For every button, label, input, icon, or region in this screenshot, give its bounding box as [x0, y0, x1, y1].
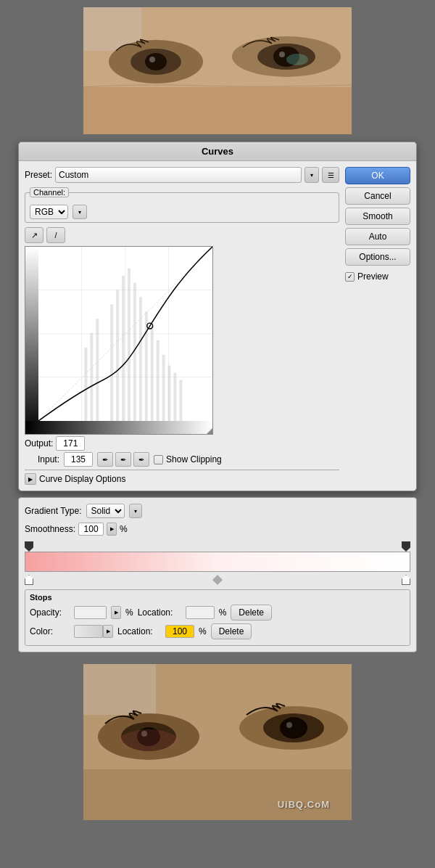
- curves-dialog-content: Preset: Custom ▾ ☰ Channel: RGB ▾: [19, 161, 416, 491]
- curve-display-toggle-btn[interactable]: ▶: [25, 473, 36, 485]
- opacity-arrow-btn[interactable]: ▶: [111, 606, 121, 619]
- svg-rect-19: [116, 290, 119, 421]
- svg-rect-18: [110, 304, 113, 421]
- svg-rect-23: [139, 297, 142, 421]
- bottom-image-canvas: UiBQ.CoM: [83, 664, 352, 820]
- curve-display-options: ▶ Curve Display Options: [25, 470, 339, 485]
- opacity-stops-row: Opacity: ▶ % Location: % Delete: [30, 605, 405, 621]
- eyedropper-gray-btn[interactable]: ✒: [115, 452, 131, 467]
- auto-button[interactable]: Auto: [345, 228, 410, 245]
- gradient-bar[interactable]: [25, 552, 410, 572]
- stops-legend: Stops: [30, 593, 405, 602]
- svg-rect-25: [151, 326, 154, 421]
- svg-point-45: [280, 717, 307, 739]
- svg-rect-31: [96, 319, 99, 421]
- show-clipping-label: Show Clipping: [166, 454, 222, 464]
- svg-rect-27: [162, 355, 165, 421]
- watermark: UiBQ.CoM: [278, 799, 330, 810]
- preset-icon-btn[interactable]: ☰: [322, 167, 339, 183]
- channel-legend: Channel:: [30, 187, 69, 197]
- svg-point-11: [286, 54, 308, 65]
- color-location-label: Location:: [117, 626, 161, 636]
- curve-gradient-bottom: [25, 421, 212, 434]
- show-clipping-checkbox[interactable]: [154, 455, 163, 464]
- opacity-stop-right[interactable]: [402, 541, 410, 552]
- color-stops-row: Color: ▶ Location: % Delete: [30, 623, 405, 639]
- svg-rect-20: [122, 276, 125, 421]
- curve-grid: [38, 247, 212, 421]
- options-button[interactable]: Options...: [345, 248, 410, 266]
- svg-rect-29: [173, 373, 176, 421]
- curves-dialog: Curves Preset: Custom ▾ ☰ Channel: RGB ▾: [18, 142, 417, 491]
- bottom-image-area: UiBQ.CoM: [0, 658, 435, 825]
- opacity-stop-left[interactable]: [25, 541, 33, 552]
- svg-point-4: [145, 53, 167, 70]
- ok-button[interactable]: OK: [345, 167, 410, 184]
- color-swatch[interactable]: [74, 625, 103, 638]
- smoothness-row: Smoothness: ▶ %: [25, 523, 410, 536]
- smoothness-arrow-btn[interactable]: ▶: [107, 523, 117, 536]
- svg-rect-21: [128, 269, 130, 421]
- svg-rect-32: [90, 333, 93, 421]
- color-label: Color:: [30, 626, 70, 636]
- opacity-input[interactable]: [74, 606, 107, 619]
- gradient-bar-container: [25, 541, 410, 585]
- output-input[interactable]: [56, 436, 85, 451]
- input-section: Input: ✒ ✒ ✒ Show Clipping: [38, 452, 339, 467]
- curves-dialog-title: Curves: [19, 142, 416, 161]
- color-location-input[interactable]: [165, 625, 194, 638]
- channel-group: Channel: RGB ▾: [25, 187, 339, 223]
- preset-select[interactable]: Custom: [55, 167, 302, 183]
- svg-rect-28: [168, 366, 171, 421]
- curve-canvas[interactable]: [25, 246, 213, 435]
- curve-corner-indicator: [207, 428, 212, 434]
- svg-rect-37: [83, 664, 156, 715]
- top-image-area: [0, 0, 435, 138]
- svg-point-46: [286, 722, 292, 728]
- input-input[interactable]: [64, 452, 93, 467]
- svg-rect-26: [157, 340, 160, 421]
- percent-label: %: [120, 524, 128, 534]
- svg-point-5: [149, 57, 155, 62]
- color-stop-left[interactable]: [25, 575, 33, 585]
- channel-row: RGB ▾: [30, 205, 334, 219]
- curves-dialog-left: Preset: Custom ▾ ☰ Channel: RGB ▾: [25, 167, 339, 485]
- gradient-stops-top: [25, 541, 410, 552]
- curve-tool-btn[interactable]: ↗: [25, 227, 44, 243]
- opacity-location-label: Location:: [138, 607, 181, 618]
- curve-tools: ↗ /: [25, 227, 339, 243]
- preview-row: ✓ Preview: [345, 271, 410, 282]
- preset-label: Preset:: [25, 170, 52, 180]
- input-label: Input:: [38, 454, 59, 464]
- channel-select[interactable]: RGB: [30, 205, 68, 219]
- color-delete-btn[interactable]: Delete: [211, 623, 252, 639]
- curve-gradient-left: [25, 247, 38, 434]
- preset-row: Preset: Custom ▾ ☰: [25, 167, 339, 183]
- midpoint-diamond[interactable]: [212, 575, 223, 585]
- smooth-button[interactable]: Smooth: [345, 208, 410, 225]
- output-row: Output:: [25, 436, 339, 451]
- eyedropper-white-btn[interactable]: ✒: [133, 452, 149, 467]
- output-label: Output:: [25, 438, 53, 449]
- smoothness-input[interactable]: [78, 523, 104, 536]
- color-stop-right[interactable]: [402, 575, 410, 585]
- pencil-tool-btn[interactable]: /: [46, 227, 65, 243]
- smoothness-label: Smoothness:: [25, 524, 75, 534]
- curves-dialog-right: OK Cancel Smooth Auto Options... ✓ Previ…: [345, 167, 410, 485]
- gradient-type-dropdown-btn[interactable]: ▾: [129, 504, 142, 518]
- color-swatch-arrow-btn[interactable]: ▶: [103, 625, 113, 638]
- gradient-editor: Gradient Type: Solid ▾ Smoothness: ▶ % S…: [18, 497, 417, 652]
- opacity-delete-btn[interactable]: Delete: [231, 605, 272, 621]
- top-image-canvas: [83, 7, 352, 134]
- preview-checkbox[interactable]: ✓: [345, 272, 355, 282]
- gradient-stops-bottom: [25, 572, 410, 585]
- svg-point-42: [120, 729, 178, 751]
- gradient-type-select[interactable]: Solid: [86, 504, 125, 518]
- opacity-location-input[interactable]: [186, 606, 215, 619]
- cancel-button[interactable]: Cancel: [345, 187, 410, 205]
- channel-dropdown-btn[interactable]: ▾: [72, 205, 87, 219]
- curve-display-label: Curve Display Options: [39, 474, 125, 484]
- preset-dropdown-btn[interactable]: ▾: [304, 167, 319, 183]
- eyedropper-black-btn[interactable]: ✒: [97, 452, 113, 467]
- color-swatch-group: ▶: [74, 625, 113, 638]
